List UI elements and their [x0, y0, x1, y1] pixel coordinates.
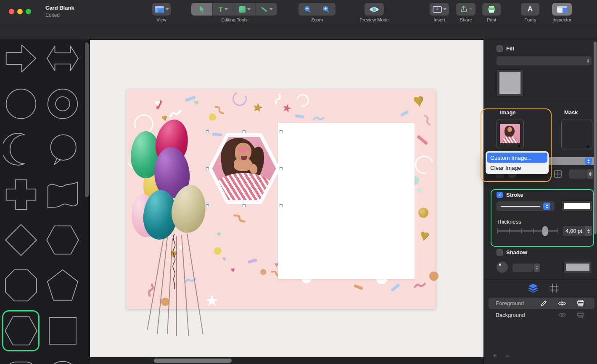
check-icon: ✓ — [498, 192, 502, 197]
selection-handle[interactable] — [280, 167, 283, 170]
confetti-loop — [412, 152, 437, 177]
remove-layer-button[interactable]: − — [505, 352, 510, 361]
menu-item-custom-image[interactable]: Custom Image... — [487, 153, 547, 163]
minimize-window-button[interactable] — [17, 9, 23, 14]
view-button[interactable] — [152, 3, 171, 16]
image-offset-stepper[interactable] — [587, 169, 593, 179]
line-tool-button[interactable] — [256, 3, 277, 16]
shadow-offset-stepper[interactable] — [534, 264, 540, 272]
close-window-button[interactable] — [9, 9, 14, 14]
stroke-style-stepper[interactable] — [543, 203, 550, 210]
layer-printable-icon[interactable] — [576, 300, 585, 307]
shadow-color-swatch[interactable] — [563, 261, 592, 273]
inspector-button[interactable] — [552, 3, 572, 16]
chevron-down-icon — [247, 8, 251, 10]
stroke-color-swatch[interactable] — [561, 200, 592, 211]
shape-rounded-square[interactable] — [0, 353, 42, 364]
zoom-in-button[interactable] — [317, 3, 335, 16]
canvas[interactable]: ♥♥♥★★♥♥★♥♥♥♥★♥♥♥ — [90, 40, 483, 357]
shadow-checkbox[interactable] — [497, 249, 503, 256]
add-layer-button[interactable]: + — [493, 352, 497, 361]
image-well[interactable] — [497, 119, 524, 149]
image-scaling-stepper[interactable] — [585, 158, 592, 165]
shadow-offset-field[interactable] — [512, 264, 534, 272]
shape-pentagon[interactable] — [42, 263, 83, 308]
shape-hexagon-selected[interactable] — [0, 308, 42, 353]
selection-handle[interactable] — [280, 130, 283, 133]
shape-donut[interactable] — [42, 81, 83, 127]
layer-visibility-icon[interactable] — [557, 311, 567, 319]
share-button[interactable] — [456, 3, 475, 16]
fill-color-swatch[interactable] — [497, 69, 523, 97]
photo-placeholder-box[interactable] — [278, 123, 415, 279]
scrollbar-thumb[interactable] — [85, 42, 89, 197]
preview-mode-button[interactable] — [365, 3, 384, 16]
image-offset-field[interactable] — [569, 169, 587, 179]
shape-library-scrollbar[interactable] — [83, 40, 90, 364]
zoom-label: Zoom — [298, 17, 335, 22]
edit-layer-icon[interactable] — [539, 300, 548, 307]
shape-hexagon[interactable] — [42, 217, 83, 263]
shape-flag[interactable] — [42, 172, 83, 217]
image-well-menu: Custom Image...Clear Image — [486, 151, 549, 174]
grid-icon — [549, 283, 559, 293]
shape-cross[interactable] — [0, 172, 42, 217]
image-label: Image — [500, 109, 516, 116]
selection-handle[interactable] — [243, 130, 246, 133]
selection-handle[interactable] — [206, 130, 209, 133]
shape-crescent[interactable] — [0, 127, 42, 172]
print-button[interactable] — [482, 3, 501, 16]
shape-tool-button[interactable] — [234, 3, 256, 16]
shadow-angle-knob[interactable] — [497, 261, 508, 273]
shape-circle[interactable] — [0, 81, 42, 127]
layer-row-background[interactable]: Background — [489, 309, 594, 321]
shape-diamond[interactable] — [0, 217, 42, 263]
print-label: Print — [482, 17, 501, 22]
selection-handle[interactable] — [280, 204, 283, 207]
shape-octagon[interactable] — [0, 263, 42, 308]
canvas-horizontal-scrollbar[interactable] — [90, 357, 483, 364]
tile-grid-icon[interactable] — [554, 170, 562, 178]
confetti-streak — [391, 283, 400, 292]
thickness-value-field[interactable]: 4,00 pt — [563, 226, 585, 236]
fonts-label: Fonts — [521, 17, 539, 22]
stroke-checkbox[interactable]: ✓ — [497, 192, 503, 198]
balloon-curly-string — [171, 234, 178, 290]
layer-row-foreground[interactable]: Foreground — [489, 298, 594, 309]
image-well-menu-arrow-icon[interactable] — [518, 145, 521, 148]
selection-handle[interactable] — [243, 204, 246, 207]
shape-square[interactable] — [42, 308, 83, 353]
thickness-slider-thumb[interactable] — [542, 226, 548, 236]
photo-art — [503, 137, 517, 143]
fill-type-dropdown[interactable] — [497, 56, 592, 65]
panel-scrollbar-thumb[interactable] — [594, 42, 597, 234]
shape-speech-bubble[interactable] — [42, 127, 83, 172]
confetti-heart: ♥ — [217, 230, 221, 238]
layer-printable-icon[interactable] — [576, 311, 585, 319]
window-view-icon — [154, 6, 164, 13]
printer-icon — [487, 5, 496, 13]
fonts-button[interactable]: A — [521, 3, 539, 16]
maximize-window-button[interactable] — [26, 9, 31, 14]
selection-handle[interactable] — [206, 204, 209, 207]
hexagon-photo-frame[interactable] — [207, 132, 281, 206]
text-tool-button[interactable]: T — [213, 3, 234, 16]
select-tool-button[interactable] — [191, 3, 213, 16]
zoom-out-button[interactable] — [298, 3, 317, 16]
thickness-stepper[interactable] — [585, 226, 592, 236]
mask-well-menu-arrow-icon[interactable] — [586, 146, 589, 148]
tab-layers[interactable] — [528, 283, 539, 293]
insert-button[interactable] — [430, 3, 449, 16]
layer-visibility-icon[interactable] — [557, 300, 567, 307]
shape-arrow-right[interactable] — [0, 40, 42, 81]
chevron-down-icon — [225, 8, 228, 10]
shape-arrow-double[interactable] — [42, 40, 83, 81]
menu-item-clear-image[interactable]: Clear Image — [487, 163, 547, 173]
selection-handle[interactable] — [206, 167, 209, 170]
mask-label: Mask — [564, 109, 578, 116]
shape-circle[interactable] — [42, 353, 83, 364]
scrollbar-thumb[interactable] — [154, 359, 232, 363]
tab-grid[interactable] — [549, 283, 559, 293]
fill-checkbox[interactable] — [497, 45, 503, 52]
mask-well[interactable] — [561, 119, 592, 150]
